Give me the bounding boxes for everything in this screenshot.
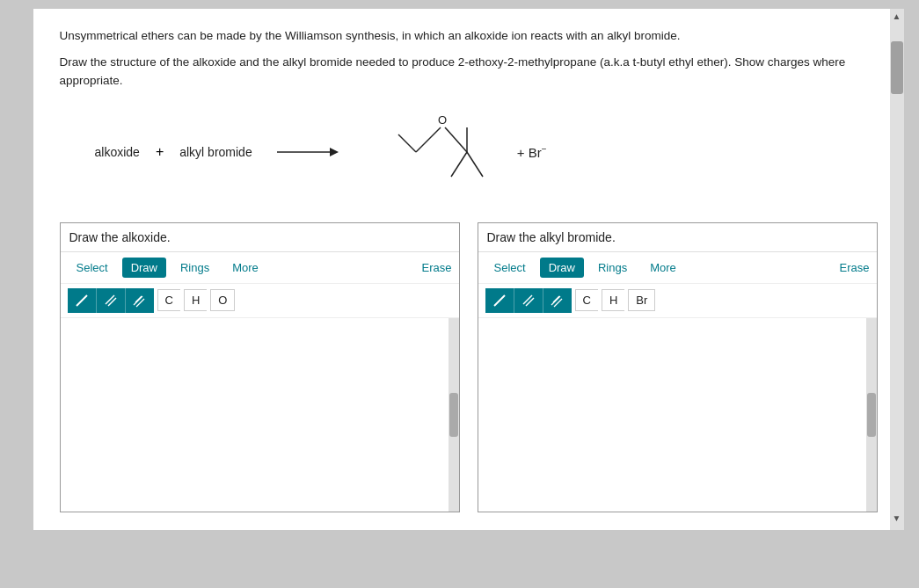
svg-line-7 bbox=[467, 152, 483, 177]
svg-line-15 bbox=[494, 295, 505, 306]
alkyl-bromide-toolbar: Select Draw Rings More Erase bbox=[478, 252, 877, 284]
alkoxide-panel-bottom bbox=[61, 318, 459, 512]
svg-marker-1 bbox=[330, 148, 339, 156]
alkyl-bromide-scrollbar-thumb bbox=[867, 393, 876, 437]
intro-paragraph-2: Draw the structure of the alkoxide and t… bbox=[60, 53, 878, 91]
alkyl-bromide-rings-btn[interactable]: Rings bbox=[589, 258, 636, 278]
svg-line-18 bbox=[551, 296, 560, 305]
alkoxide-panel-title: Draw the alkoxide. bbox=[61, 223, 459, 252]
reaction-diagram: alkoxide + alkyl bromide O + Br− bbox=[95, 108, 878, 196]
svg-line-20 bbox=[553, 296, 559, 302]
scroll-down-arrow[interactable]: ▼ bbox=[890, 511, 904, 526]
svg-line-10 bbox=[106, 295, 114, 304]
alkoxide-draw-btn[interactable]: Draw bbox=[122, 258, 166, 278]
alkoxide-rings-btn[interactable]: Rings bbox=[171, 258, 218, 278]
svg-line-4 bbox=[398, 134, 416, 152]
alkoxide-scrollbar[interactable] bbox=[449, 318, 459, 512]
alkyl-bromide-draw-btn[interactable]: Draw bbox=[540, 258, 584, 278]
alkyl-bromide-bond-bar: C H Br bbox=[478, 284, 877, 318]
alkyl-bromide-single-bond-btn[interactable] bbox=[485, 288, 514, 313]
alkyl-bromide-bond-tools bbox=[485, 288, 572, 313]
svg-text:O: O bbox=[438, 113, 447, 127]
svg-line-9 bbox=[77, 295, 87, 306]
alkyl-bromide-label: alkyl bromide bbox=[179, 145, 252, 159]
svg-line-11 bbox=[108, 298, 116, 306]
alkyl-bromide-erase-btn[interactable]: Erase bbox=[840, 261, 870, 274]
alkoxide-erase-btn[interactable]: Erase bbox=[422, 261, 452, 274]
alkoxide-select-btn[interactable]: Select bbox=[68, 258, 117, 278]
alkyl-bromide-triple-bond-btn[interactable] bbox=[543, 288, 572, 313]
alkoxide-panel: Draw the alkoxide. Select Draw Rings Mor… bbox=[60, 222, 460, 512]
plus-sign: + bbox=[156, 144, 164, 160]
alkyl-bromide-canvas[interactable] bbox=[478, 318, 866, 512]
draw-panels: Draw the alkoxide. Select Draw Rings Mor… bbox=[60, 222, 878, 512]
alkyl-bromide-double-bond-btn[interactable] bbox=[514, 288, 543, 313]
alkoxide-more-btn[interactable]: More bbox=[223, 258, 267, 278]
alkyl-bromide-select-btn[interactable]: Select bbox=[485, 258, 535, 278]
alkoxide-canvas[interactable] bbox=[61, 318, 449, 512]
alkoxide-bond-tools bbox=[68, 288, 154, 313]
intro-paragraph-1: Unsymmetrical ethers can be made by the … bbox=[60, 26, 878, 46]
page-container: Unsymmetrical ethers can be made by the … bbox=[33, 9, 904, 530]
svg-line-12 bbox=[134, 296, 142, 305]
reaction-arrow bbox=[277, 143, 339, 161]
svg-line-5 bbox=[445, 127, 467, 152]
alkyl-bromide-panel-title: Draw the alkyl bromide. bbox=[478, 223, 877, 252]
svg-line-17 bbox=[526, 298, 534, 306]
svg-line-6 bbox=[451, 152, 467, 177]
alkoxide-bond-bar: C H O bbox=[61, 284, 459, 318]
alkoxide-double-bond-btn[interactable] bbox=[97, 288, 126, 313]
alkyl-bromide-atom-br[interactable]: Br bbox=[628, 289, 655, 311]
page-scrollbar[interactable]: ▲ ▼ bbox=[890, 9, 904, 530]
scroll-up-arrow[interactable]: ▲ bbox=[890, 9, 904, 24]
alkoxide-atom-h[interactable]: H bbox=[184, 289, 207, 311]
intro-text-1: Unsymmetrical ethers can be made by the … bbox=[60, 29, 681, 42]
svg-line-3 bbox=[416, 127, 441, 152]
product-structure: O bbox=[363, 108, 504, 196]
svg-line-16 bbox=[523, 295, 532, 304]
alkyl-bromide-atom-h[interactable]: H bbox=[602, 289, 624, 311]
alkoxide-toolbar: Select Draw Rings More Erase bbox=[61, 252, 459, 284]
alkyl-bromide-more-btn[interactable]: More bbox=[641, 258, 685, 278]
alkoxide-single-bond-btn[interactable] bbox=[68, 288, 97, 313]
alkoxide-triple-bond-btn[interactable] bbox=[126, 288, 154, 313]
alkoxide-scrollbar-thumb bbox=[449, 393, 458, 437]
intro-text-2: Draw the structure of the alkoxide and t… bbox=[60, 55, 846, 88]
alkoxide-atom-c[interactable]: C bbox=[157, 289, 180, 311]
alkyl-bromide-panel-bottom bbox=[478, 318, 877, 512]
alkoxide-label: alkoxide bbox=[95, 145, 140, 159]
alkyl-bromide-scrollbar[interactable] bbox=[866, 318, 877, 512]
scroll-thumb[interactable] bbox=[891, 41, 903, 94]
alkyl-bromide-panel: Draw the alkyl bromide. Select Draw Ring… bbox=[478, 222, 878, 512]
br-label: + Br− bbox=[517, 144, 547, 160]
svg-line-14 bbox=[135, 296, 142, 302]
alkoxide-atom-o[interactable]: O bbox=[210, 289, 235, 311]
alkyl-bromide-atom-c[interactable]: C bbox=[575, 289, 598, 311]
